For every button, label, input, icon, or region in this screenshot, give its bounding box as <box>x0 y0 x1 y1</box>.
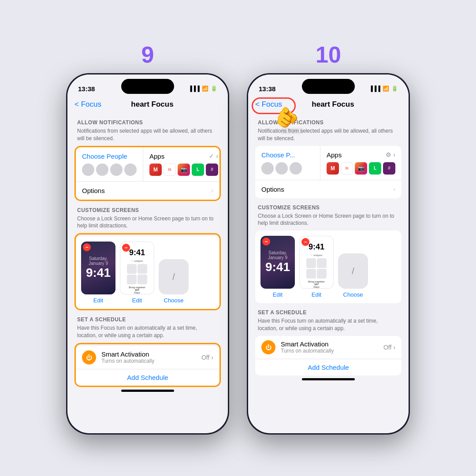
watch-choose-10[interactable]: Choose <box>343 291 363 298</box>
minus-btn-lock-9[interactable]: − <box>83 243 91 251</box>
allow-notif-header-9: ALLOW NOTIFICATIONS <box>74 119 221 126</box>
choose-people-cell-9[interactable]: Choose People <box>76 147 143 181</box>
wifi-icon-10: 📶 <box>383 86 389 92</box>
lockscreen-edit-9[interactable]: Edit <box>93 297 103 304</box>
allow-notif-header-10: ALLOW NOTIFICATIONS <box>255 119 402 126</box>
cal-icon-9: 31 <box>164 164 176 176</box>
status-icons-9: ▐▐▐ 📶 🔋 <box>188 86 217 92</box>
step-9-container: 9 13:38 ▐▐▐ 📶 🔋 < Focus heart Focus ALLO… <box>66 41 229 435</box>
watch-choose-9[interactable]: Choose <box>164 297 184 304</box>
smart-right-10: Off › <box>383 344 395 351</box>
status-icons-10: ▐▐▐ 📶 🔋 <box>369 86 398 92</box>
step-9-number: 9 <box>141 41 154 68</box>
notif-group-10: Choose P... Apps ⚙ › <box>255 146 402 198</box>
phone-10: 13:38 ▐▐▐ 📶 🔋 < Focus heart Focus 🫵 ALL <box>247 73 410 435</box>
watch-thumb-9: / <box>159 259 189 294</box>
options-text-9: Options <box>82 187 105 194</box>
battery-icon-9: 🔋 <box>211 86 217 92</box>
notif-group-9: Choose People <box>76 147 219 200</box>
add-schedule-9[interactable]: Add Schedule <box>76 369 219 386</box>
lockscreen-thumb-10: − Saturday, January 9 9:41 <box>260 236 295 289</box>
lockscreen-item-10: − Saturday, January 9 9:41 Edit <box>260 236 295 298</box>
smart-right-9: Off › <box>201 354 213 361</box>
smart-row-10: ⏻ Smart Activation Turns on automaticall… <box>255 336 402 359</box>
app-icons-row-9: M 31 📷 L # <box>149 164 218 176</box>
screens-highlight-9: − Saturday, January 9 9:41 Edit <box>74 233 221 310</box>
avatar-3-9 <box>110 164 123 176</box>
slack-icon-10: # <box>383 162 395 175</box>
dynamic-island-9 <box>121 79 174 94</box>
status-time-10: 13:38 <box>259 85 275 93</box>
schedule-desc-9: Have this Focus turn on automatically at… <box>74 324 221 339</box>
smart-title-9: Smart Activation <box>101 350 196 358</box>
apps-title-10: Apps <box>327 151 342 159</box>
watch-thumb-10: / <box>338 253 368 289</box>
screens-card-10: − Saturday, January 9 9:41 Edit − <box>255 231 402 303</box>
notif-row-10: Choose P... Apps ⚙ › <box>255 146 402 180</box>
smart-row-9: ⏻ Smart Activation Turns on automaticall… <box>76 346 219 369</box>
minus-btn-lock-10[interactable]: − <box>262 238 270 245</box>
avatar-1-10 <box>261 162 274 175</box>
ig-icon-10: 📷 <box>355 162 367 175</box>
slack-icon-9: # <box>206 164 218 176</box>
power-icon-9: ⏻ <box>82 350 96 364</box>
allow-notif-desc-9: Notifications from selected apps will be… <box>74 127 221 142</box>
apps-title-9: Apps <box>149 152 164 160</box>
nav-back-10[interactable]: < Focus <box>255 100 282 109</box>
options-chevron-10: › <box>393 186 395 193</box>
battery-icon-10: 🔋 <box>391 86 398 92</box>
gmail-icon-9: M <box>149 164 162 176</box>
step-10-container: 10 13:38 ▐▐▐ 📶 🔋 < Focus heart Focus 🫵 <box>247 41 410 435</box>
cal-icon-10: 31 <box>341 162 353 175</box>
phone-9-inner: 13:38 ▐▐▐ 📶 🔋 < Focus heart Focus ALLOW … <box>67 74 228 433</box>
schedule-header-9: SET A SCHEDULE <box>74 316 221 323</box>
homescreen-thumb-10: − 9:41 ♡ widgets Bring toge <box>299 236 334 289</box>
signal-icon-9: ▐▐▐ <box>188 86 200 92</box>
nav-back-9[interactable]: < Focus <box>74 100 101 109</box>
customize-header-9: CUSTOMIZE SCREENS <box>74 207 221 213</box>
line-icon-10: L <box>369 162 381 175</box>
apps-header-9: Apps ✓ › <box>149 152 218 160</box>
homescreen-edit-9[interactable]: Edit <box>132 297 142 304</box>
apps-cell-10[interactable]: Apps ⚙ › M 31 📷 L # <box>320 146 402 180</box>
homescreen-item-10: − 9:41 ♡ widgets Bring toge <box>299 236 334 298</box>
content-9: ALLOW NOTIFICATIONS Notifications from s… <box>67 112 228 387</box>
add-schedule-10[interactable]: Add Schedule <box>255 359 402 376</box>
options-row-10[interactable]: Options › <box>255 180 402 198</box>
smart-chevron-10: › <box>393 344 395 351</box>
apps-header-10: Apps ⚙ › <box>327 151 395 159</box>
schedule-row-10: ⏻ Smart Activation Turns on automaticall… <box>255 336 402 376</box>
smart-value-9: Off <box>201 354 209 361</box>
ig-icon-9: 📷 <box>178 164 190 176</box>
avatar-row-9 <box>82 164 137 176</box>
phone-10-inner: 13:38 ▐▐▐ 📶 🔋 < Focus heart Focus 🫵 ALL <box>248 74 409 433</box>
notif-row-9: Choose People <box>76 147 219 181</box>
smart-value-10: Off <box>383 344 391 351</box>
choose-people-cell-10[interactable]: Choose P... <box>255 146 320 180</box>
notif-highlight-9: Choose People <box>74 146 221 201</box>
gmail-icon-10: M <box>327 162 339 175</box>
allow-notif-desc-10: Notifications from selected apps will be… <box>255 127 402 142</box>
options-row-9[interactable]: Options › <box>76 181 219 200</box>
lockscreen-edit-10[interactable]: Edit <box>273 291 283 298</box>
lockscreen-item-9: − Saturday, January 9 9:41 Edit <box>81 242 115 304</box>
lockscreen-thumb-9: − Saturday, January 9 9:41 <box>81 242 115 294</box>
avatar-row-10 <box>261 162 314 175</box>
app-icons-row-10: M 31 📷 L # <box>327 162 395 175</box>
homescreen-item-9: − 9:41 ♡ widgets <box>120 242 154 304</box>
options-text-10: Options <box>261 186 284 193</box>
nav-bar-10: < Focus heart Focus 🫵 <box>248 97 409 112</box>
smart-info-9: Smart Activation Turns on automatically <box>101 350 196 364</box>
home-indicator-9 <box>121 390 174 392</box>
schedule-highlight-9: ⏻ Smart Activation Turns on automaticall… <box>74 343 221 387</box>
homescreen-edit-10[interactable]: Edit <box>312 291 321 298</box>
nav-title-9: heart Focus <box>131 100 173 109</box>
customize-desc-10: Choose a Lock Screen or Home Screen page… <box>255 212 402 227</box>
apps-cell-9[interactable]: Apps ✓ › M 31 📷 L # <box>143 147 219 181</box>
watch-item-10: / Choose <box>338 253 368 298</box>
screens-card-9: − Saturday, January 9 9:41 Edit <box>76 236 219 309</box>
avatar-2-10 <box>275 162 288 175</box>
avatar-4-9 <box>124 164 137 176</box>
signal-icon-10: ▐▐▐ <box>369 86 380 92</box>
status-bar-9: 13:38 ▐▐▐ 📶 🔋 <box>67 74 228 97</box>
